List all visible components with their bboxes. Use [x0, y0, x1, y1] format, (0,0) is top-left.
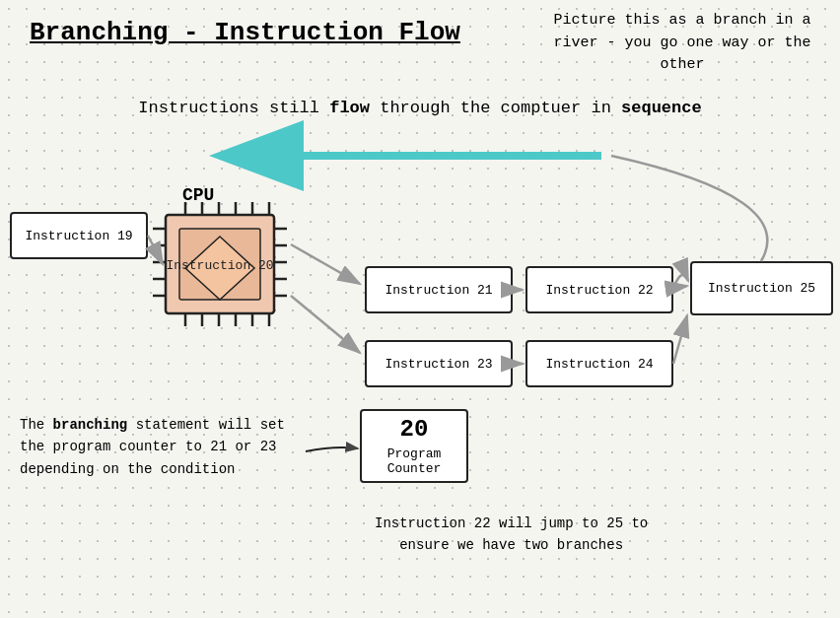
branching-bold: branching: [53, 417, 128, 433]
program-counter-box: 20 ProgramCounter: [360, 409, 468, 483]
subtitle-middle: through the comptuer in: [370, 99, 621, 117]
page-title: Branching - Instruction Flow: [30, 18, 460, 47]
left-description: The branching statement will set the pro…: [20, 414, 285, 480]
program-counter-label: ProgramCounter: [387, 446, 442, 476]
instruction-19-box: Instruction 19: [10, 212, 148, 259]
instruction-23-box: Instruction 23: [365, 340, 513, 387]
svg-line-30: [148, 236, 163, 264]
instruction-22-box: Instruction 22: [525, 266, 673, 313]
subtitle-prefix: Instructions still: [138, 99, 329, 117]
subtitle-bold2: sequence: [621, 99, 702, 117]
svg-rect-5: [179, 229, 260, 300]
svg-line-31: [291, 244, 360, 284]
instruction-25-box: Instruction 25: [690, 261, 833, 315]
svg-rect-4: [166, 215, 274, 313]
svg-line-33: [673, 286, 687, 288]
instruction-21-box: Instruction 21: [365, 266, 513, 313]
cpu-label: CPU: [182, 185, 214, 205]
instruction-24-box: Instruction 24: [525, 340, 673, 387]
subtitle-bold1: flow: [329, 99, 370, 117]
svg-line-34: [291, 296, 360, 353]
svg-line-36: [673, 315, 687, 364]
svg-text:Instruction 20: Instruction 20: [166, 258, 273, 273]
svg-marker-6: [185, 237, 254, 300]
program-counter-number: 20: [400, 416, 429, 443]
side-note: Picture this as a branch in a river - yo…: [544, 10, 820, 77]
subtitle: Instructions still flow through the comp…: [138, 99, 701, 117]
bottom-description: Instruction 22 will jump to 25 to ensure…: [375, 513, 648, 557]
